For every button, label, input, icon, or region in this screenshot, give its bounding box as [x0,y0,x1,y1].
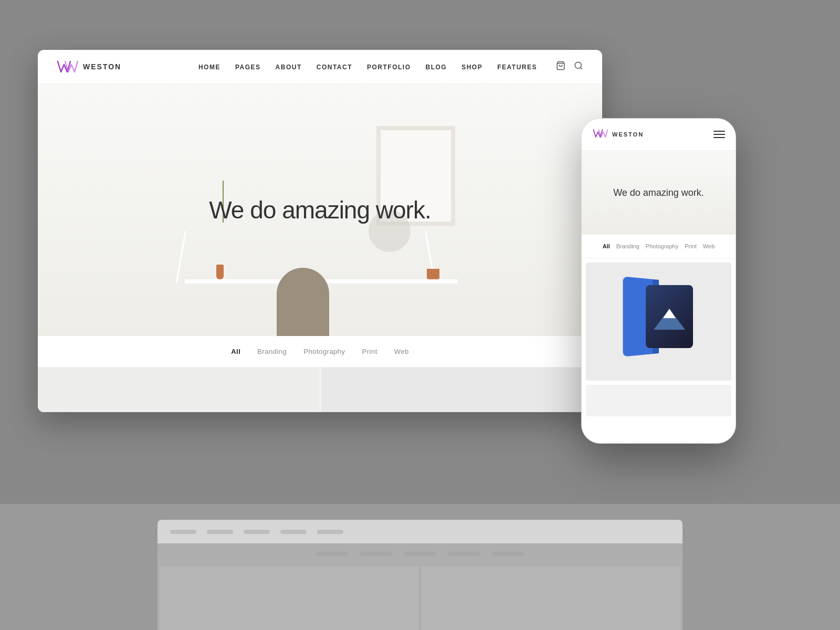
filter-tab-photography[interactable]: Photography [303,348,345,355]
desk-pot [427,269,439,279]
desk-leg-left [176,231,186,283]
nav-item-pages[interactable]: PAGES [235,62,261,71]
filter-tab-branding[interactable]: Branding [257,348,287,355]
nav-item-features[interactable]: FEATURES [497,62,537,71]
mobile-filter-branding[interactable]: Branding [616,243,639,249]
mountain-snow [663,309,676,318]
desktop-nav: WESTON HOME PAGES ABOUT CONTACT PORTFOLI… [38,50,602,84]
nav-item-about[interactable]: ABOUT [276,62,302,71]
desktop-hero: We do amazing work. [38,84,602,336]
mobile-logo-text: WESTON [612,131,644,138]
ipad-body [646,285,693,348]
nav-icons [556,61,583,72]
mobile-nav: WESTON [582,119,736,151]
desk-plant [427,269,439,279]
nav-item-home[interactable]: HOME [198,62,220,71]
filter-tab-web[interactable]: Web [394,348,409,355]
hamburger-line-2 [713,134,725,135]
hamburger-line-1 [713,131,725,132]
chair [277,268,329,336]
mobile-logo-icon [592,128,609,141]
mobile-filter-tabs: All Branding Photography Print Web [582,235,736,258]
nav-item-portfolio[interactable]: PORTFOLIO [367,62,411,71]
hamburger-icon[interactable] [713,131,725,138]
mobile-bottom-section [586,385,731,416]
desktop-logo-text: WESTON [83,62,121,71]
mobile-portfolio-item [586,262,731,381]
mobile-logo: WESTON [592,128,644,141]
desktop-mockup: WESTON HOME PAGES ABOUT CONTACT PORTFOLI… [38,50,602,412]
filter-tab-print[interactable]: Print [362,348,377,355]
mobile-filter-all[interactable]: All [603,243,610,249]
mobile-filter-web[interactable]: Web [703,243,715,249]
mobile-hero-headline: We do amazing work. [603,187,715,198]
hamburger-line-3 [713,137,725,138]
desktop-nav-links: HOME PAGES ABOUT CONTACT PORTFOLIO BLOG … [198,62,537,71]
nav-item-blog[interactable]: BLOG [426,62,447,71]
desktop-filter-tabs: All Branding Photography Print Web [38,336,602,368]
desktop-portfolio-grid [38,368,602,412]
portfolio-col-1 [38,368,319,412]
nav-item-shop[interactable]: SHOP [461,62,482,71]
logo-icon [57,59,79,74]
mobile-filter-print[interactable]: Print [685,243,697,249]
vase-body [216,265,224,279]
filter-tab-all[interactable]: All [231,348,240,355]
chair-back [277,268,329,336]
ipad-screen [646,285,693,348]
plant-vase [216,223,224,279]
nav-item-contact[interactable]: CONTACT [317,62,352,71]
bg-blur-overlay [0,504,840,630]
hero-headline: We do amazing work. [209,196,430,224]
search-icon[interactable] [574,61,583,72]
svg-point-1 [575,62,581,68]
mobile-filter-photography[interactable]: Photography [646,243,678,249]
ipad-illustration [625,280,693,364]
mobile-mockup: WESTON We do amazing work. All Branding … [581,118,736,444]
desktop-logo: WESTON [57,59,121,74]
portfolio-col-2 [321,368,603,412]
mountain-shape [654,303,685,330]
cart-icon[interactable] [556,61,565,72]
mobile-hero: We do amazing work. [582,151,736,235]
